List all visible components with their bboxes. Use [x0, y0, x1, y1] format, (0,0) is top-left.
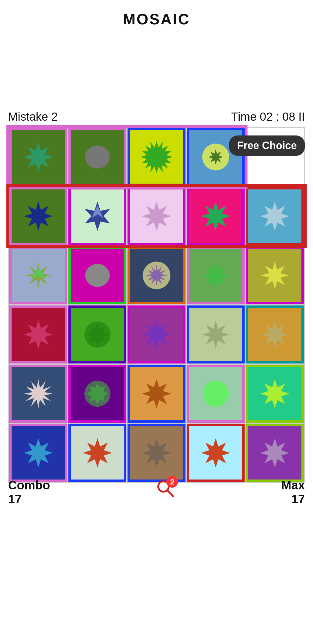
grid-cell-0[interactable]: [9, 128, 67, 186]
svg-line-10: [167, 490, 173, 496]
grid-cell-22[interactable]: [128, 365, 185, 423]
grid-cell-7[interactable]: [128, 187, 185, 245]
grid-cell-23[interactable]: [187, 365, 245, 423]
svg-point-0: [85, 145, 110, 168]
free-choice-tooltip: Free Choice: [229, 135, 305, 156]
search-button[interactable]: 2: [155, 478, 176, 499]
grid-cell-26[interactable]: [68, 424, 126, 482]
grid-cell-9[interactable]: [246, 187, 304, 245]
search-badge: 2: [166, 476, 178, 488]
grid-cell-11[interactable]: [68, 246, 126, 304]
grid-cell-24[interactable]: [246, 365, 304, 423]
grid-cell-5[interactable]: [9, 187, 67, 245]
grid-cell-25[interactable]: [9, 424, 67, 482]
max-label: Max: [281, 478, 305, 492]
grid-cell-16[interactable]: [68, 305, 126, 363]
svg-point-4: [85, 264, 110, 287]
grid-cell-2[interactable]: [128, 128, 185, 186]
grid-cell-18[interactable]: [187, 305, 245, 363]
grid-cell-20[interactable]: [9, 365, 67, 423]
grid-cell-6[interactable]: [68, 187, 126, 245]
combo-label: Combo: [8, 478, 50, 492]
timer: Time 02 : 08 II: [231, 110, 305, 123]
max-value: 17: [281, 492, 305, 506]
grid-cell-14[interactable]: [246, 246, 304, 304]
grid-cell-1[interactable]: [68, 128, 126, 186]
grid-cell-15[interactable]: [9, 305, 67, 363]
grid-cell-10[interactable]: [9, 246, 67, 304]
mistake-counter: Mistake 2: [8, 110, 58, 123]
grid-cell-27[interactable]: [128, 424, 185, 482]
app-title: MOSAIC: [0, 0, 313, 28]
grid-cell-19[interactable]: [246, 305, 304, 363]
combo-value: 17: [8, 492, 50, 506]
grid-cell-8[interactable]: [187, 187, 245, 245]
grid-cell-21[interactable]: [68, 365, 126, 423]
grid-cell-29[interactable]: [246, 424, 304, 482]
grid-cell-28[interactable]: [187, 424, 245, 482]
grid-cell-12[interactable]: [128, 246, 185, 304]
grid-cell-17[interactable]: [128, 305, 185, 363]
svg-point-8: [203, 381, 229, 407]
grid-cell-13[interactable]: [187, 246, 245, 304]
